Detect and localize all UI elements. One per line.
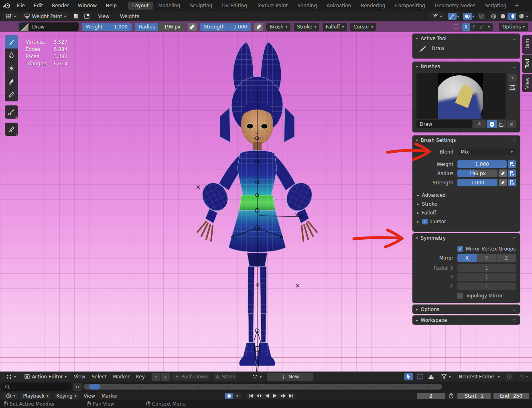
- frame-start-field[interactable]: Start1: [457, 393, 491, 399]
- dope-menu-marker[interactable]: Marker: [111, 374, 132, 380]
- dope-menu-select[interactable]: Select: [89, 374, 108, 380]
- timeline-menu-marker[interactable]: Marker: [99, 393, 120, 399]
- action-id-icon-button[interactable]: ▾: [249, 373, 265, 381]
- radial-z-field[interactable]: 1: [457, 283, 516, 290]
- mirror-y-toggle[interactable]: Y: [470, 23, 477, 31]
- stroke-dropdown[interactable]: Stroke▾: [294, 23, 319, 31]
- proportional-falloff-icon[interactable]: [517, 373, 526, 380]
- add-workspace-button[interactable]: +: [512, 2, 522, 9]
- sidebar-tab-view[interactable]: View: [522, 74, 532, 92]
- blend-mode-select[interactable]: Mix▾: [457, 148, 516, 156]
- shading-wireframe-button[interactable]: [489, 13, 498, 20]
- brush-name-field[interactable]: Draw: [416, 120, 472, 128]
- play-button[interactable]: [271, 393, 279, 399]
- weight-decorator[interactable]: [508, 160, 516, 168]
- keying-dropdown[interactable]: Keying▾: [54, 393, 79, 399]
- tweak-select-button[interactable]: [404, 373, 413, 380]
- sidebar-tab-item[interactable]: Item: [522, 35, 532, 54]
- blender-logo-icon[interactable]: [2, 2, 10, 9]
- action-editor-mode-dropdown[interactable]: Action Editor ▾: [21, 373, 69, 381]
- xray-toggle[interactable]: [477, 13, 486, 20]
- menu-window[interactable]: Window: [74, 2, 101, 10]
- editor-type-button[interactable]: ▾: [3, 12, 19, 20]
- expand-channels-button[interactable]: ↔: [73, 383, 82, 391]
- symmetry-y-toggle[interactable]: Y: [477, 254, 497, 262]
- shading-solid-button[interactable]: [498, 13, 507, 20]
- jump-to-start-button[interactable]: [247, 393, 255, 399]
- workspace-tab-rendering[interactable]: Rendering: [356, 2, 390, 10]
- new-action-button[interactable]: +New: [267, 373, 313, 381]
- timeline-menu-view[interactable]: View: [81, 393, 97, 399]
- subpanel-cursor[interactable]: ▸ ✓ Cursor: [412, 217, 520, 226]
- brush-image-button[interactable]: [508, 83, 517, 91]
- radius-slider[interactable]: 196 px: [457, 170, 497, 177]
- workspace-tab-scripting[interactable]: Scripting: [481, 2, 511, 10]
- cursor-checkbox[interactable]: ✓: [422, 219, 428, 224]
- panel-grip[interactable]: ::::: [512, 236, 516, 240]
- radius-pressure-toggle[interactable]: [499, 170, 507, 177]
- topology-mirror-checkbox[interactable]: [457, 293, 463, 299]
- collapse-icon[interactable]: ▾: [416, 138, 418, 142]
- duplicate-brush-button[interactable]: [497, 120, 506, 128]
- expand-icon[interactable]: ▸: [416, 307, 418, 311]
- show-overlays-toggle[interactable]: [463, 13, 472, 20]
- symmetry-x-toggle[interactable]: X: [457, 254, 477, 262]
- panel-grip[interactable]: ::::: [512, 138, 516, 142]
- filter-button[interactable]: ▾: [438, 373, 454, 381]
- panel-grip[interactable]: ::::: [512, 36, 516, 40]
- symmetry-z-toggle[interactable]: Z: [497, 254, 516, 262]
- strength-pressure-toggle[interactable]: [254, 23, 263, 31]
- workspace-tab-texture-paint[interactable]: Texture Paint: [252, 2, 292, 10]
- auto-keying-toggle[interactable]: [225, 393, 233, 399]
- mirror-dropdown[interactable]: ▾: [485, 23, 493, 31]
- tool-average-button[interactable]: [5, 62, 18, 75]
- workspace-tab-geometry-nodes[interactable]: Geometry Nodes: [430, 2, 480, 10]
- panel-grip[interactable]: ::::: [512, 307, 516, 311]
- show-gizmo-visibility-dropdown[interactable]: ▾: [429, 12, 445, 20]
- tool-draw-button[interactable]: [5, 35, 18, 48]
- panel-grip[interactable]: ::::: [512, 65, 516, 69]
- jump-to-end-button[interactable]: [287, 393, 295, 399]
- shading-rendered-button[interactable]: [517, 13, 526, 20]
- options-dropdown[interactable]: Options▾: [499, 23, 528, 31]
- dopesheet-editor-type-button[interactable]: ▾: [3, 373, 19, 381]
- workspace-tab-animation[interactable]: Animation: [322, 2, 355, 10]
- move-down-button[interactable]: ▾: [152, 373, 160, 381]
- panel-grip[interactable]: ::::: [512, 318, 516, 322]
- menu-view[interactable]: View: [94, 12, 113, 20]
- gizmo-dropdown[interactable]: ▾: [457, 14, 459, 18]
- box-select-button[interactable]: [416, 373, 424, 380]
- auto-keying-dropdown[interactable]: ▾: [233, 393, 241, 399]
- tool-annotate-button[interactable]: [5, 123, 18, 136]
- mirror-z-toggle[interactable]: Z: [477, 23, 485, 31]
- snap-mode-dropdown[interactable]: Nearest Frame▾: [456, 373, 502, 381]
- menu-render[interactable]: Render: [48, 2, 73, 10]
- stopwatch-icon[interactable]: [448, 393, 454, 399]
- radial-x-field[interactable]: 1: [457, 264, 516, 272]
- cursor-dropdown[interactable]: Cursor▾: [350, 23, 376, 31]
- workspace-tab-sculpting[interactable]: Sculpting: [185, 2, 217, 10]
- strength-decorator[interactable]: [508, 179, 516, 186]
- expand-icon[interactable]: ▸: [416, 318, 418, 322]
- proportional-edit-toggle[interactable]: [505, 373, 514, 380]
- radius-slider[interactable]: Radius196 px: [135, 23, 185, 31]
- collapse-icon[interactable]: ▾: [416, 65, 418, 69]
- weight-slider[interactable]: 1.000: [457, 160, 507, 168]
- radius-decorator[interactable]: [508, 170, 516, 177]
- face-select-mask-toggle[interactable]: [71, 12, 81, 20]
- shading-dropdown[interactable]: ▾: [526, 14, 528, 18]
- push-down-button[interactable]: Push Down: [172, 373, 210, 381]
- tool-smear-button[interactable]: [5, 75, 18, 88]
- brush-dropdown[interactable]: Brush▾: [266, 23, 290, 31]
- strength-pressure-toggle[interactable]: [499, 179, 507, 186]
- unlink-brush-button[interactable]: ×: [507, 120, 516, 128]
- active-tool-field[interactable]: Draw: [19, 22, 79, 31]
- channel-search-input[interactable]: [2, 383, 72, 391]
- workspace-tab-uv-editing[interactable]: UV Editing: [217, 2, 252, 10]
- falloff-dropdown[interactable]: Falloff▾: [323, 23, 347, 31]
- current-frame-field[interactable]: 2: [417, 393, 445, 399]
- show-errors-button[interactable]: [427, 373, 436, 380]
- fake-user-shield-button[interactable]: [487, 120, 497, 128]
- weight-slider[interactable]: Weight1.000: [82, 23, 132, 31]
- tool-gradient-button[interactable]: [5, 88, 18, 101]
